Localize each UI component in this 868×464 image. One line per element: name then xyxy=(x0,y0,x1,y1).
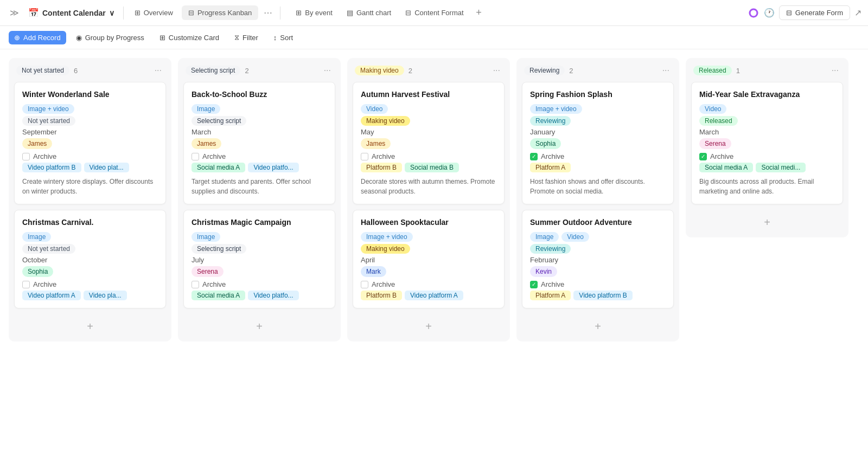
customize-card-button[interactable]: ⊞ Customize Card xyxy=(154,31,225,44)
card-title-1-0: Back-to-School Buzz xyxy=(192,90,327,99)
column-more-button-4[interactable]: ··· xyxy=(829,65,841,76)
format-tag: Image xyxy=(22,232,51,242)
share-icon[interactable]: ↗ xyxy=(854,8,861,18)
card-3-0: Spring Fashion SplashImage + videoReview… xyxy=(522,82,674,204)
archive-checkbox-1-1[interactable] xyxy=(192,281,199,288)
cards-container-2: Autumn Harvest FestivalVideoMaking video… xyxy=(347,82,510,314)
format-tag: Video xyxy=(561,232,589,242)
archive-row-1-1[interactable]: Archive xyxy=(192,280,327,288)
group-by-icon: ◉ xyxy=(76,34,82,42)
platform-tags-0-0: Video platform BVideo plat... xyxy=(22,163,158,172)
archive-checkbox-1-0[interactable] xyxy=(192,153,199,160)
platform-tag: Video pla... xyxy=(84,291,127,300)
archive-row-1-0[interactable]: Archive xyxy=(192,152,327,160)
column-header-4: Released1··· xyxy=(686,58,848,82)
divider xyxy=(123,7,124,20)
card-2-0: Autumn Harvest FestivalVideoMaking video… xyxy=(353,82,505,204)
platform-tag: Social media B xyxy=(405,163,459,172)
archive-row-2-1[interactable]: Archive xyxy=(361,280,496,288)
month-tag-1-1: July xyxy=(192,256,327,264)
platform-tag: Video platfo... xyxy=(248,163,298,172)
platform-tags-1-1: Social media AVideo platfo... xyxy=(192,291,327,300)
format-tags-2-0: Video xyxy=(361,104,496,114)
column-count-1: 2 xyxy=(245,67,248,75)
archive-row-0-1[interactable]: Archive xyxy=(22,280,158,288)
tab-overview[interactable]: ⊞ Overview xyxy=(128,5,180,20)
filter-button[interactable]: ⧖ Filter xyxy=(229,30,264,44)
format-tags-4-0: Video xyxy=(699,104,835,114)
card-0-1: Christmas Carnival.ImageNot yet startedO… xyxy=(14,210,166,308)
app-title[interactable]: 📅 Content Calendar ∨ xyxy=(24,5,119,20)
card-4-0: Mid-Year Sale ExtravaganzaVideoReleasedM… xyxy=(691,82,843,204)
generate-form-button[interactable]: ⊟ Generate Form xyxy=(779,5,850,20)
card-description-3-0: Host fashion shows and offer discounts. … xyxy=(530,177,666,196)
platform-tags-1-0: Social media AVideo platfo... xyxy=(192,163,327,172)
format-tags-1-1: Image xyxy=(192,232,327,242)
add-view-button[interactable]: + xyxy=(471,5,487,21)
archive-label-3-0: Archive xyxy=(541,152,564,160)
add-record-button[interactable]: ⊕ Add Record xyxy=(9,31,66,44)
person-tag-0-0: James xyxy=(22,138,52,149)
column-4: Released1···Mid-Year Sale ExtravaganzaVi… xyxy=(686,58,848,237)
platform-tags-3-0: Platform A xyxy=(530,163,666,172)
archive-row-0-0[interactable]: Archive xyxy=(22,152,158,160)
platform-tag: Platform B xyxy=(361,163,402,172)
column-3: Reviewing2···Spring Fashion SplashImage … xyxy=(516,58,679,341)
sort-button[interactable]: ↕ Sort xyxy=(268,31,298,44)
card-description-1-0: Target students and parents. Offer schoo… xyxy=(192,177,327,196)
content-format-icon: ⊟ xyxy=(405,9,411,17)
column-more-button-3[interactable]: ··· xyxy=(660,65,672,76)
archive-row-4-0[interactable]: ✓Archive xyxy=(699,152,835,160)
add-card-button-3[interactable]: + xyxy=(521,316,675,337)
column-status-badge-2: Making video xyxy=(355,66,404,75)
column-status-badge-0: Not yet started xyxy=(16,66,69,75)
column-count-3: 2 xyxy=(569,67,573,75)
add-card-button-1[interactable]: + xyxy=(182,316,336,337)
cards-container-1: Back-to-School BuzzImageSelecting script… xyxy=(178,82,341,314)
progress-ring-icon xyxy=(748,7,760,19)
tab-by-event[interactable]: ⊞ By event xyxy=(289,5,339,20)
card-title-3-0: Spring Fashion Splash xyxy=(530,90,666,99)
archive-checkbox-3-1[interactable]: ✓ xyxy=(530,281,538,288)
column-header-3: Reviewing2··· xyxy=(516,58,679,82)
archive-row-3-1[interactable]: ✓Archive xyxy=(530,280,666,288)
archive-checkbox-2-0[interactable] xyxy=(361,153,368,160)
status-tag-1-0: Selecting script xyxy=(192,116,246,126)
column-more-button-2[interactable]: ··· xyxy=(491,65,502,76)
add-card-button-4[interactable]: + xyxy=(690,212,844,233)
archive-checkbox-0-1[interactable] xyxy=(22,281,30,288)
archive-row-2-0[interactable]: Archive xyxy=(361,152,496,160)
tab-content-format[interactable]: ⊟ Content Format xyxy=(399,5,470,20)
format-tag: Image xyxy=(530,232,559,242)
generate-form-label: Generate Form xyxy=(795,9,843,17)
by-event-icon: ⊞ xyxy=(296,9,302,17)
platform-tags-2-1: Platform BVideo platform A xyxy=(361,291,496,300)
archive-checkbox-4-0[interactable]: ✓ xyxy=(699,153,707,160)
archive-checkbox-3-0[interactable]: ✓ xyxy=(530,153,538,160)
column-1: Selecting script2···Back-to-School BuzzI… xyxy=(178,58,341,341)
add-card-button-2[interactable]: + xyxy=(352,316,506,337)
archive-checkbox-2-1[interactable] xyxy=(361,281,368,288)
format-tag: Image + video xyxy=(361,232,413,242)
archive-row-3-0[interactable]: ✓Archive xyxy=(530,152,666,160)
filter-label: Filter xyxy=(242,34,258,42)
column-more-button-1[interactable]: ··· xyxy=(322,65,333,76)
svg-point-1 xyxy=(750,9,757,17)
column-more-button-0[interactable]: ··· xyxy=(152,65,164,76)
platform-tag: Platform A xyxy=(530,163,571,172)
group-by-button[interactable]: ◉ Group by Progress xyxy=(71,31,150,44)
card-2-1: Halloween SpooktacularImage + videoMakin… xyxy=(353,210,505,308)
collapse-sidebar-button[interactable]: ≫ xyxy=(7,5,22,21)
views-more-button[interactable]: ⋯ xyxy=(260,5,276,20)
add-card-button-0[interactable]: + xyxy=(13,316,167,337)
month-tag-3-0: January xyxy=(530,128,666,136)
person-tag-3-0: Sophia xyxy=(530,138,561,149)
tab-gantt-chart[interactable]: ▤ Gantt chart xyxy=(340,5,398,20)
status-tag-3-0: Reviewing xyxy=(530,116,571,126)
column-header-0: Not yet started6··· xyxy=(9,58,171,82)
divider2 xyxy=(280,7,280,20)
status-tag-2-1: Making video xyxy=(361,244,410,254)
archive-checkbox-0-0[interactable] xyxy=(22,153,30,160)
format-tags-0-1: Image xyxy=(22,232,158,242)
tab-progress-kanban[interactable]: ⊟ Progress Kanban xyxy=(182,5,258,20)
